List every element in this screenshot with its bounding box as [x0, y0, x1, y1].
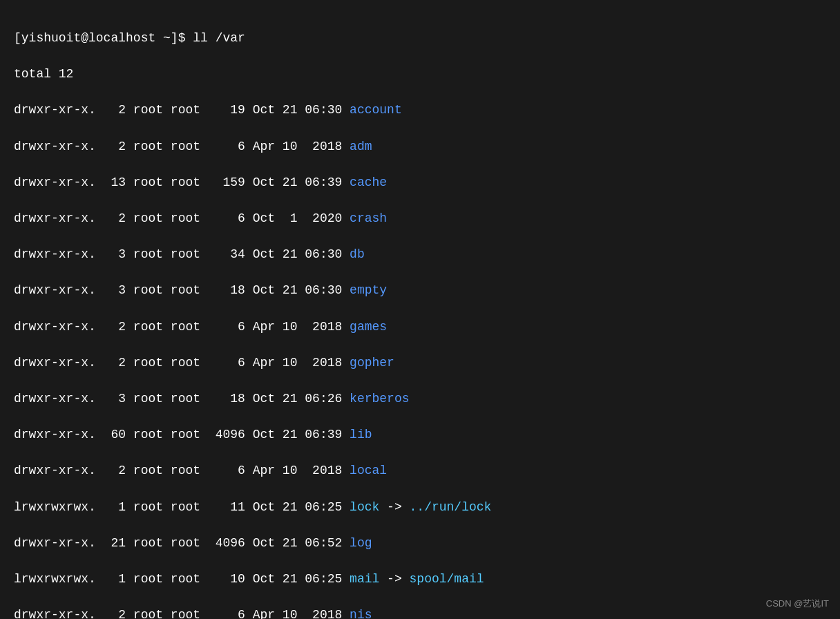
entry-meta: 2 root root 6 Oct 1 2020 [96, 211, 350, 225]
entry-perms: drwxr-xr-x. [14, 428, 96, 441]
entry-name: account [350, 103, 402, 117]
entry-meta: 2 root root 19 Oct 21 06:30 [96, 103, 350, 117]
entry-name: adm [350, 140, 372, 153]
entry-name: lib [350, 428, 372, 441]
entry-name: mail [350, 572, 379, 586]
entry-meta: 13 root root 159 Oct 21 06:39 [96, 175, 350, 189]
total-line: total 12 [14, 65, 826, 83]
entry-meta: 3 root root 18 Oct 21 06:26 [96, 392, 350, 406]
list-item: drwxr-xr-x. 13 root root 159 Oct 21 06:3… [14, 173, 826, 191]
watermark-label: CSDN @艺说IT [766, 598, 829, 611]
entry-meta: 1 root root 10 Oct 21 06:25 [96, 572, 350, 586]
entry-arrow: -> [379, 572, 409, 586]
list-item: drwxr-xr-x. 2 root root 6 Apr 10 2018 lo… [14, 461, 826, 479]
entry-name: empty [350, 283, 387, 297]
entry-perms: drwxr-xr-x. [14, 247, 96, 261]
entry-meta: 21 root root 4096 Oct 21 06:52 [96, 536, 350, 550]
entry-name: kerberos [350, 392, 409, 406]
entry-target: ../run/lock [410, 500, 492, 514]
list-item: drwxr-xr-x. 2 root root 6 Oct 1 2020 cra… [14, 209, 826, 227]
list-item: drwxr-xr-x. 2 root root 6 Apr 10 2018 go… [14, 354, 826, 372]
entry-perms: drwxr-xr-x. [14, 356, 96, 370]
list-item: drwxr-xr-x. 3 root root 34 Oct 21 06:30 … [14, 245, 826, 263]
entry-meta: 1 root root 11 Oct 21 06:25 [96, 500, 350, 514]
list-item: lrwxrwxrwx. 1 root root 11 Oct 21 06:25 … [14, 498, 826, 516]
entry-meta: 2 root root 6 Apr 10 2018 [96, 464, 350, 477]
entry-name: gopher [350, 356, 394, 370]
entry-perms: drwxr-xr-x. [14, 283, 96, 297]
entry-perms: drwxr-xr-x. [14, 211, 96, 225]
list-item: drwxr-xr-x. 2 root root 6 Apr 10 2018 ga… [14, 318, 826, 336]
list-item: drwxr-xr-x. 3 root root 18 Oct 21 06:30 … [14, 281, 826, 299]
entry-perms: drwxr-xr-x. [14, 103, 96, 117]
entry-name: log [350, 536, 372, 550]
entry-meta: 2 root root 6 Apr 10 2018 [96, 140, 350, 153]
entry-perms: drwxr-xr-x. [14, 608, 96, 619]
entry-name: games [350, 320, 387, 334]
entry-meta: 3 root root 34 Oct 21 06:30 [96, 247, 350, 261]
entry-perms: drwxr-xr-x. [14, 175, 96, 189]
entry-perms: drwxr-xr-x. [14, 392, 96, 406]
entry-perms: drwxr-xr-x. [14, 536, 96, 550]
list-item: drwxr-xr-x. 60 root root 4096 Oct 21 06:… [14, 426, 826, 444]
list-item: lrwxrwxrwx. 1 root root 10 Oct 21 06:25 … [14, 570, 826, 588]
entry-name: nis [350, 608, 372, 619]
entry-name: local [350, 464, 387, 477]
entry-name: cache [350, 175, 387, 189]
entry-perms: drwxr-xr-x. [14, 140, 96, 153]
list-item: drwxr-xr-x. 21 root root 4096 Oct 21 06:… [14, 534, 826, 552]
entry-perms: lrwxrwxrwx. [14, 500, 96, 514]
prompt-line: [yishuoit@localhost ~]$ ll /var [14, 29, 826, 47]
entry-name: crash [350, 211, 387, 225]
entry-target: spool/mail [410, 572, 484, 586]
list-item: drwxr-xr-x. 3 root root 18 Oct 21 06:26 … [14, 390, 826, 408]
entry-meta: 2 root root 6 Apr 10 2018 [96, 608, 350, 619]
entry-meta: 60 root root 4096 Oct 21 06:39 [96, 428, 350, 441]
entry-name: lock [350, 500, 379, 514]
entry-perms: drwxr-xr-x. [14, 464, 96, 477]
entry-perms: drwxr-xr-x. [14, 320, 96, 334]
entry-meta: 3 root root 18 Oct 21 06:30 [96, 283, 350, 297]
entry-meta: 2 root root 6 Apr 10 2018 [96, 356, 350, 370]
list-item: drwxr-xr-x. 2 root root 6 Apr 10 2018 ni… [14, 606, 826, 619]
entry-arrow: -> [379, 500, 409, 514]
entry-name: db [350, 247, 365, 261]
terminal: [yishuoit@localhost ~]$ ll /var total 12… [14, 11, 826, 619]
list-item: drwxr-xr-x. 2 root root 6 Apr 10 2018 ad… [14, 137, 826, 155]
list-item: drwxr-xr-x. 2 root root 19 Oct 21 06:30 … [14, 101, 826, 119]
entry-perms: lrwxrwxrwx. [14, 572, 96, 586]
entry-meta: 2 root root 6 Apr 10 2018 [96, 320, 350, 334]
